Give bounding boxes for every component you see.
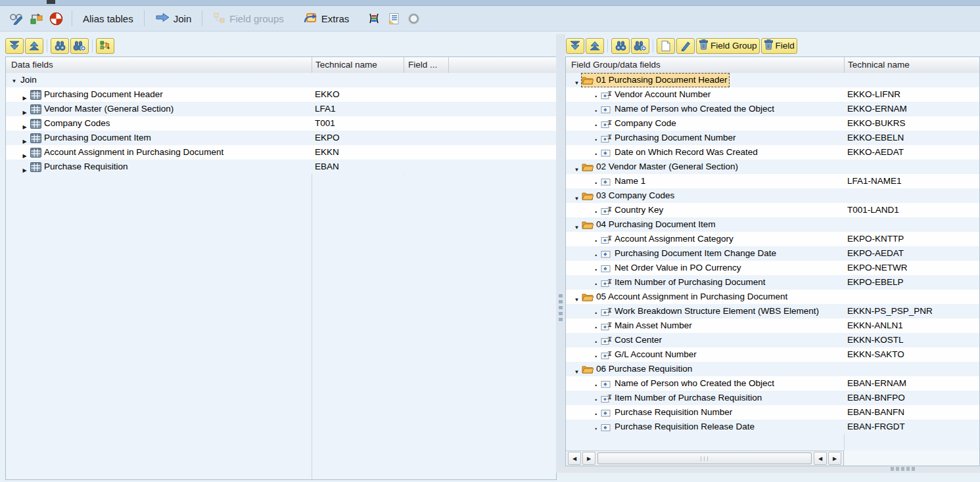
tree-row-technical-name: LFA1-NAME1 (847, 174, 902, 188)
tree-row[interactable]: ·Date on Which Record Was CreatedEKKO-AE… (566, 145, 979, 160)
scroll-right-button[interactable]: ▶ (582, 452, 595, 465)
find-next-button[interactable] (70, 38, 89, 54)
tree-row[interactable]: ▼Join (6, 73, 556, 87)
extras-button[interactable]: Extras (299, 9, 354, 28)
svg-text:T: T (608, 278, 612, 284)
tree-row-label: 03 Company Codes (594, 188, 676, 203)
column-header-field[interactable]: Field ... (408, 57, 445, 73)
tree-row[interactable]: ▶Purchasing Document ItemEKPO (6, 131, 556, 145)
tree-row-technical-name: EKPO-NETWR (847, 261, 908, 275)
panel-splitter[interactable] (556, 34, 565, 473)
trash-icon (764, 39, 774, 52)
expand-all-button[interactable] (566, 38, 584, 54)
join-button[interactable]: Join (151, 11, 197, 26)
column-header-field-group[interactable]: Field Group/data fields (571, 57, 839, 73)
tree-row[interactable]: ·Purchasing Document Item Change DateEKP… (566, 246, 979, 261)
tree-row[interactable]: ·TAccount Assignment CategoryEKPO-KNTTP (566, 232, 979, 246)
alias-tables-button[interactable]: Alias tables (78, 11, 138, 26)
delete-field-button[interactable]: Field (761, 38, 797, 54)
find-button[interactable] (611, 38, 630, 54)
tree-row-selected[interactable]: ▼01 Purchasing Document Header (566, 73, 979, 87)
data-fields-tree-header: Data fields Technical name Field ... (6, 57, 556, 74)
tree-row[interactable]: ·TItem Number of Purchasing DocumentEKPO… (566, 275, 979, 290)
window-top-band (0, 0, 980, 6)
rgb-adjust-icon[interactable] (365, 11, 383, 26)
tree-row[interactable]: ·TWork Breakdown Structure Element (WBS … (566, 304, 979, 318)
tree-row[interactable]: ·TCountry KeyT001-LAND1 (566, 203, 979, 217)
tree-row[interactable]: ·TMain Asset NumberEKKN-ANLN1 (566, 318, 979, 333)
tree-row[interactable]: ▼05 Account Assignment in Purchasing Doc… (566, 290, 979, 304)
field-basic-icon (599, 249, 613, 259)
application-toolbar: Alias tables Join Field groups Extras (0, 6, 980, 32)
expand-triangle-icon[interactable]: ▶ (20, 164, 29, 178)
column-header-data-fields[interactable]: Data fields (11, 57, 307, 73)
tree-row[interactable]: ·Name of Person who Created the ObjectEB… (566, 376, 979, 391)
field-basic-icon (599, 422, 613, 432)
check-icon[interactable] (28, 11, 45, 26)
tree-row-technical-name: EKKN-ANLN1 (847, 318, 903, 333)
tree-row-label: 04 Purchasing Document Item (594, 217, 718, 232)
tree-row[interactable]: ▼06 Purchase Requisition (566, 362, 979, 376)
tree-row[interactable]: ▶Account Assignment in Purchasing Docume… (6, 145, 556, 160)
scrollbar-thumb[interactable] (597, 452, 812, 464)
column-header-technical-name[interactable]: Technical name (315, 57, 400, 73)
field-basic-icon (599, 148, 613, 158)
edit-button[interactable] (676, 38, 695, 54)
tree-row-label: Purchasing Document Number (613, 131, 738, 145)
tree-row-label: Main Asset Number (613, 318, 694, 333)
expand-all-button[interactable] (5, 38, 24, 54)
delete-field-group-button[interactable]: Field Group (696, 38, 760, 54)
splitter-grip-icon[interactable] (559, 294, 563, 321)
hierarchy-button[interactable] (96, 38, 114, 54)
notes-icon[interactable] (385, 11, 402, 26)
tree-row[interactable]: ·TG/L Account NumberEKKN-SAKTO (566, 347, 979, 362)
collapse-triangle-icon[interactable]: ▼ (10, 74, 18, 89)
generate-icon[interactable] (47, 11, 64, 26)
tree-row[interactable]: ·TCost CenterEKKN-KOSTL (566, 333, 979, 347)
table-icon (29, 90, 42, 100)
tree-row[interactable]: ▼02 Vendor Master (General Section) (566, 160, 979, 174)
tree-row[interactable]: ▶Purchasing Document HeaderEKKO (6, 87, 556, 102)
display-change-icon[interactable] (8, 11, 25, 26)
tree-row-label: Net Order Value in PO Currency (613, 261, 743, 275)
tree-row[interactable]: ·Purchase Requisition NumberEBAN-BANFN (566, 405, 979, 420)
field-basic-icon (599, 408, 613, 418)
tree-row-label: G/L Account Number (613, 347, 699, 362)
delete-field-label: Field (776, 41, 795, 51)
find-button[interactable] (51, 38, 69, 54)
tree-row[interactable]: ▶Company CodesT001 (6, 116, 556, 131)
resize-grip-icon[interactable] (891, 467, 915, 471)
field-text-icon: T (599, 90, 613, 100)
tree-row[interactable]: ·Name of Person who Created the ObjectEK… (566, 102, 979, 116)
tree-row[interactable]: ·TPurchasing Document NumberEKKO-EBELN (566, 131, 979, 145)
svg-text:T: T (608, 393, 612, 400)
scrollbar-track[interactable] (597, 452, 812, 464)
svg-text:T: T (608, 119, 612, 125)
tree-row[interactable]: ·Purchase Requisition Release DateEBAN-F… (566, 420, 979, 434)
svg-text:T: T (608, 307, 612, 313)
tree-row[interactable]: ▶Vendor Master (General Section)LFA1 (6, 102, 556, 116)
scroll-left-button[interactable]: ◀ (814, 452, 827, 465)
tree-row[interactable]: ·TCompany CodeEKKO-BUKRS (566, 116, 979, 131)
tree-row[interactable]: ▼03 Company Codes (566, 188, 979, 203)
folder-icon (581, 191, 594, 200)
tree-row[interactable]: ▶Purchase RequisitionEBAN (6, 160, 556, 174)
toolbar-separator (144, 11, 145, 26)
tree-row-label: Vendor Master (General Section) (42, 102, 175, 116)
status-ring-icon[interactable] (405, 11, 422, 26)
find-next-button[interactable] (631, 38, 649, 54)
tree-row[interactable]: ·Net Order Value in PO CurrencyEKPO-NETW… (566, 261, 979, 275)
tree-row[interactable]: ▼04 Purchasing Document Item (566, 217, 979, 232)
scroll-right-button[interactable]: ▶ (828, 452, 841, 465)
delete-field-group-label: Field Group (711, 41, 757, 51)
svg-text:T: T (608, 234, 612, 241)
tree-row-label: 02 Vendor Master (General Section) (594, 160, 740, 174)
collapse-all-button[interactable] (586, 38, 604, 54)
new-page-button[interactable] (657, 38, 675, 54)
scroll-left-button[interactable]: ◀ (568, 452, 581, 465)
tree-row[interactable]: ·TItem Number of Purchase RequisitionEBA… (566, 391, 979, 405)
tree-row[interactable]: ·TVendor Account NumberEKKO-LIFNR (566, 87, 979, 102)
column-header-technical-name[interactable]: Technical name (848, 57, 977, 73)
tree-row[interactable]: ·Name 1LFA1-NAME1 (566, 174, 979, 188)
collapse-all-button[interactable] (25, 38, 43, 54)
